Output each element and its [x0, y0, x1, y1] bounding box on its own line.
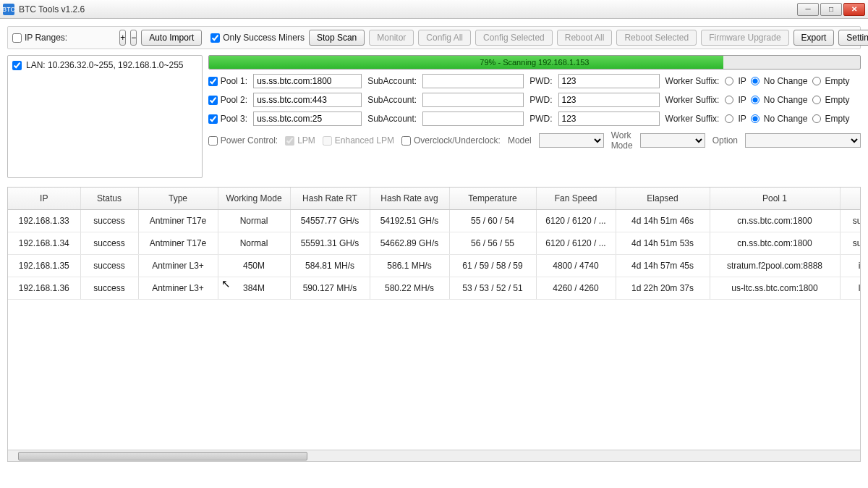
cell-status: success	[80, 255, 138, 277]
pool3-check[interactable]: Pool 3:	[208, 114, 247, 124]
cell-hash_rt: 590.127 MH/s	[290, 277, 370, 300]
only-success-check[interactable]: Only Success Miners	[210, 33, 305, 43]
main-toolbar: IP Ranges: + − Auto Import Only Success …	[7, 26, 861, 49]
export-button[interactable]: Export	[793, 30, 835, 46]
option-select[interactable]	[745, 133, 861, 148]
cell-fan: 6120 / 6120 / ...	[536, 232, 616, 255]
pool2-pwd-input[interactable]	[558, 93, 660, 107]
cell-worker1: subaccount00	[840, 210, 861, 232]
cell-fan: 4800 / 4740	[536, 255, 616, 277]
stop-scan-button[interactable]: Stop Scan	[309, 30, 365, 46]
overclock-check[interactable]: Overclock/Underclock:	[401, 135, 501, 146]
col-hash-avg[interactable]: Hash Rate avg	[370, 188, 449, 210]
monitor-button[interactable]: Monitor	[369, 30, 414, 46]
config-all-button[interactable]: Config All	[418, 30, 471, 46]
minimize-button[interactable]: ─	[797, 3, 819, 16]
ip-ranges-label: IP Ranges:	[25, 33, 67, 43]
enhanced-lpm-check: Enhanced LPM	[323, 135, 394, 146]
cell-worker1: subaccount00	[840, 232, 861, 255]
col-pool1[interactable]: Pool 1	[710, 188, 840, 210]
auto-import-button[interactable]: Auto Import	[141, 30, 202, 46]
col-status[interactable]: Status	[80, 188, 138, 210]
pwd-label: PWD:	[529, 76, 552, 86]
cell-pool1: cn.ss.btc.com:1800	[710, 232, 840, 255]
cell-mode: 450M	[218, 255, 290, 277]
cell-mode: Normal	[218, 210, 290, 232]
pool1-suffix-empty[interactable]	[812, 77, 821, 85]
close-button[interactable]: ✕	[843, 3, 865, 16]
col-fan[interactable]: Fan Speed	[536, 188, 616, 210]
pool3-suffix-empty[interactable]	[812, 114, 821, 123]
subaccount-label: SubAccount:	[367, 76, 417, 86]
list-item[interactable]: LAN: 10.236.32.0~255, 192.168.1.0~255	[12, 60, 197, 70]
pool3-pwd-input[interactable]	[558, 112, 660, 126]
cell-status: success	[80, 210, 138, 232]
settings-button[interactable]: Settings	[838, 30, 868, 46]
pool1-suffix-nochange[interactable]	[751, 77, 760, 85]
cell-status: success	[80, 232, 138, 255]
table-row[interactable]: 192.168.1.33successAntminer T17eNormal54…	[8, 210, 861, 232]
col-worker1[interactable]: Worker 1	[840, 188, 861, 210]
pool-row-2: Pool 2: SubAccount: PWD: Worker Suffix: …	[208, 93, 861, 107]
pool1-suffix-ip[interactable]	[725, 77, 733, 85]
miners-table: IP Status Type Working Mode Hash Rate RT…	[8, 188, 861, 300]
col-elapsed[interactable]: Elapsed	[616, 188, 710, 210]
table-row[interactable]: 192.168.1.34successAntminer T17eNormal55…	[8, 232, 861, 255]
pool2-suffix-empty[interactable]	[812, 96, 821, 104]
pool3-url-input[interactable]	[253, 112, 362, 126]
cell-elapsed: 4d 14h 51m 46s	[616, 210, 710, 232]
cell-ip: 192.168.1.33	[8, 210, 80, 232]
col-ip[interactable]: IP	[8, 188, 80, 210]
cell-ip: 192.168.1.35	[8, 255, 80, 277]
range-text: LAN: 10.236.32.0~255, 192.168.1.0~255	[26, 60, 184, 70]
pool3-suffix-nochange[interactable]	[751, 114, 760, 123]
pool2-check[interactable]: Pool 2:	[208, 95, 247, 105]
reboot-all-button[interactable]: Reboot All	[557, 30, 613, 46]
add-range-button[interactable]: +	[119, 30, 126, 46]
pool2-suffix-nochange[interactable]	[751, 96, 760, 104]
worker-suffix-label: Worker Suffix:	[665, 76, 720, 86]
maximize-button[interactable]: □	[820, 3, 842, 16]
power-control-check[interactable]: Power Control:	[208, 135, 278, 146]
cell-elapsed: 1d 22h 20m 37s	[616, 277, 710, 300]
col-working-mode[interactable]: Working Mode	[218, 188, 290, 210]
cell-temp: 61 / 59 / 58 / 59	[449, 255, 536, 277]
pool1-url-input[interactable]	[253, 74, 362, 88]
lpm-check: LPM	[285, 135, 315, 146]
window-controls: ─ □ ✕	[797, 3, 865, 16]
workmode-label: Work Mode	[611, 130, 633, 151]
scrollbar-thumb[interactable]	[18, 452, 307, 460]
firmware-upgrade-button[interactable]: Firmware Upgrade	[701, 30, 788, 46]
ip-ranges-list[interactable]: LAN: 10.236.32.0~255, 192.168.1.0~255	[7, 55, 203, 178]
reboot-selected-button[interactable]: Reboot Selected	[616, 30, 697, 46]
pool1-sub-input[interactable]	[422, 74, 524, 88]
pool2-sub-input[interactable]	[422, 93, 524, 107]
col-temp[interactable]: Temperature	[449, 188, 536, 210]
progress-label: 79% - Scanning 192.168.1.153	[209, 56, 860, 69]
cell-temp: 55 / 60 / 54	[449, 210, 536, 232]
model-select[interactable]	[539, 133, 604, 148]
ip-ranges-check[interactable]: IP Ranges:	[12, 33, 67, 43]
range-check[interactable]	[12, 61, 22, 70]
pool1-check[interactable]: Pool 1:	[208, 76, 247, 86]
cell-type: Antminer L3+	[138, 255, 218, 277]
cell-ip: 192.168.1.36	[8, 277, 80, 300]
cell-pool1: cn.ss.btc.com:1800	[710, 210, 840, 232]
table-row[interactable]: 192.168.1.36successAntminer L3+384M590.1…	[8, 277, 861, 300]
pool2-url-input[interactable]	[253, 93, 362, 107]
config-selected-button[interactable]: Config Selected	[475, 30, 553, 46]
col-type[interactable]: Type	[138, 188, 218, 210]
cell-fan: 6120 / 6120 / ...	[536, 210, 616, 232]
pool3-suffix-ip[interactable]	[725, 114, 733, 123]
pool3-sub-input[interactable]	[422, 112, 524, 126]
horizontal-scrollbar[interactable]	[8, 450, 860, 461]
col-hash-rt[interactable]: Hash Rate RT	[290, 188, 370, 210]
miners-table-area: IP Status Type Working Mode Hash Rate RT…	[7, 187, 861, 462]
pool2-suffix-ip[interactable]	[725, 96, 733, 104]
pool-row-3: Pool 3: SubAccount: PWD: Worker Suffix: …	[208, 112, 861, 126]
remove-range-button[interactable]: −	[130, 30, 137, 46]
cell-type: Antminer T17e	[138, 210, 218, 232]
table-row[interactable]: 192.168.1.35successAntminer L3+450M584.8…	[8, 255, 861, 277]
workmode-select[interactable]	[640, 133, 705, 148]
pool1-pwd-input[interactable]	[558, 74, 660, 88]
